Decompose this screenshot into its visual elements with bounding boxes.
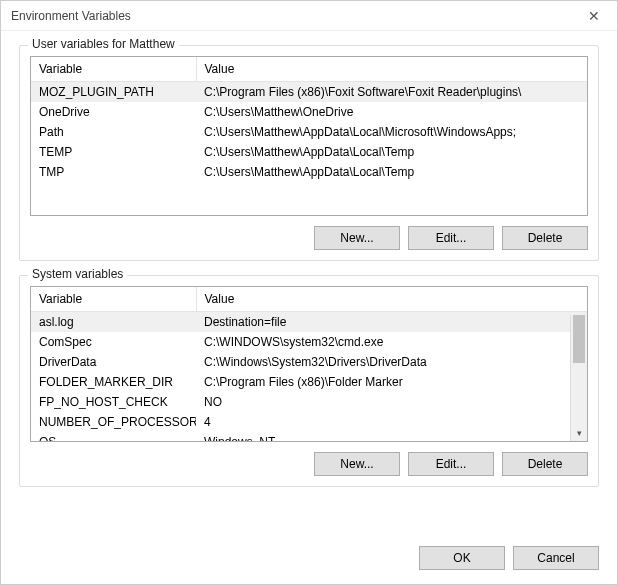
- var-name: DriverData: [31, 352, 196, 372]
- system-scrollbar[interactable]: ▾: [570, 315, 587, 441]
- var-value: C:\Windows\System32\Drivers\DriverData: [196, 352, 587, 372]
- user-delete-button[interactable]: Delete: [502, 226, 588, 250]
- var-value: C:\Users\Matthew\AppData\Local\Temp: [196, 162, 587, 182]
- user-new-button[interactable]: New...: [314, 226, 400, 250]
- system-edit-button[interactable]: Edit...: [408, 452, 494, 476]
- var-value: NO: [196, 392, 587, 412]
- table-row[interactable]: OS Windows_NT: [31, 432, 587, 442]
- table-header-row: Variable Value: [31, 57, 587, 82]
- var-name: FOLDER_MARKER_DIR: [31, 372, 196, 392]
- table-row[interactable]: TMP C:\Users\Matthew\AppData\Local\Temp: [31, 162, 587, 182]
- var-name: NUMBER_OF_PROCESSORS: [31, 412, 196, 432]
- var-name: MOZ_PLUGIN_PATH: [31, 82, 196, 103]
- table-row[interactable]: FOLDER_MARKER_DIR C:\Program Files (x86)…: [31, 372, 587, 392]
- var-name: ComSpec: [31, 332, 196, 352]
- system-delete-button[interactable]: Delete: [502, 452, 588, 476]
- var-name: OS: [31, 432, 196, 442]
- var-name: FP_NO_HOST_CHECK: [31, 392, 196, 412]
- system-buttons-row: New... Edit... Delete: [30, 452, 588, 476]
- window-title: Environment Variables: [11, 9, 131, 23]
- system-new-button[interactable]: New...: [314, 452, 400, 476]
- user-edit-button[interactable]: Edit...: [408, 226, 494, 250]
- table-row[interactable]: NUMBER_OF_PROCESSORS 4: [31, 412, 587, 432]
- var-name: OneDrive: [31, 102, 196, 122]
- scroll-thumb[interactable]: [573, 315, 585, 363]
- table-row[interactable]: Path C:\Users\Matthew\AppData\Local\Micr…: [31, 122, 587, 142]
- column-header-value[interactable]: Value: [196, 57, 587, 82]
- table-row[interactable]: MOZ_PLUGIN_PATH C:\Program Files (x86)\F…: [31, 82, 587, 103]
- table-row[interactable]: DriverData C:\Windows\System32\Drivers\D…: [31, 352, 587, 372]
- user-buttons-row: New... Edit... Delete: [30, 226, 588, 250]
- env-vars-window: Environment Variables ✕ User variables f…: [0, 0, 618, 585]
- var-value: C:\Users\Matthew\OneDrive: [196, 102, 587, 122]
- var-value: 4: [196, 412, 587, 432]
- user-group-label: User variables for Matthew: [28, 37, 179, 51]
- scroll-down-icon[interactable]: ▾: [571, 424, 587, 441]
- table-row[interactable]: TEMP C:\Users\Matthew\AppData\Local\Temp: [31, 142, 587, 162]
- table-row[interactable]: ComSpec C:\WINDOWS\system32\cmd.exe: [31, 332, 587, 352]
- table-row[interactable]: FP_NO_HOST_CHECK NO: [31, 392, 587, 412]
- system-group-label: System variables: [28, 267, 127, 281]
- dialog-footer: OK Cancel: [1, 540, 617, 584]
- var-name: Path: [31, 122, 196, 142]
- var-value: C:\Users\Matthew\AppData\Local\Microsoft…: [196, 122, 587, 142]
- var-value: C:\Users\Matthew\AppData\Local\Temp: [196, 142, 587, 162]
- var-value: Windows_NT: [196, 432, 587, 442]
- column-header-value[interactable]: Value: [196, 287, 587, 312]
- titlebar: Environment Variables ✕: [1, 1, 617, 31]
- var-value: C:\Program Files (x86)\Foxit Software\Fo…: [196, 82, 587, 103]
- table-row[interactable]: asl.log Destination=file: [31, 312, 587, 333]
- table-row[interactable]: OneDrive C:\Users\Matthew\OneDrive: [31, 102, 587, 122]
- var-value: Destination=file: [196, 312, 587, 333]
- column-header-variable[interactable]: Variable: [31, 57, 196, 82]
- var-value: C:\Program Files (x86)\Folder Marker: [196, 372, 587, 392]
- system-variables-table[interactable]: Variable Value asl.log Destination=file …: [30, 286, 588, 442]
- cancel-button[interactable]: Cancel: [513, 546, 599, 570]
- close-button[interactable]: ✕: [571, 1, 617, 31]
- user-variables-table[interactable]: Variable Value MOZ_PLUGIN_PATH C:\Progra…: [30, 56, 588, 216]
- var-name: TMP: [31, 162, 196, 182]
- close-icon: ✕: [588, 8, 600, 24]
- user-variables-group: User variables for Matthew Variable Valu…: [19, 45, 599, 261]
- system-variables-group: System variables Variable Value asl.log …: [19, 275, 599, 487]
- var-value: C:\WINDOWS\system32\cmd.exe: [196, 332, 587, 352]
- var-name: asl.log: [31, 312, 196, 333]
- content-area: User variables for Matthew Variable Valu…: [1, 31, 617, 540]
- table-header-row: Variable Value: [31, 287, 587, 312]
- var-name: TEMP: [31, 142, 196, 162]
- column-header-variable[interactable]: Variable: [31, 287, 196, 312]
- ok-button[interactable]: OK: [419, 546, 505, 570]
